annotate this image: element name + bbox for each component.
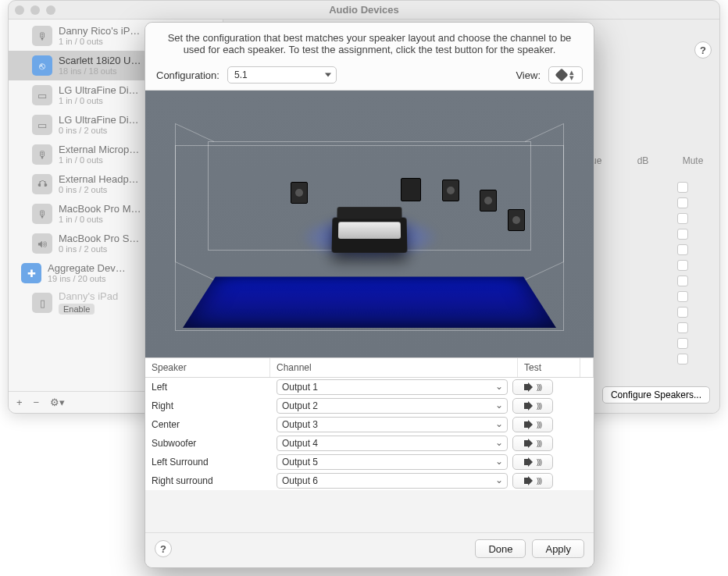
speaker-label: Left (152, 382, 277, 393)
speaker-row: Subwoofer Output 4 ))) (145, 434, 594, 453)
mute-checkbox[interactable] (677, 197, 688, 208)
speaker-label: Center (152, 419, 277, 430)
help-button[interactable]: ? (155, 540, 172, 557)
speaker-icon (524, 420, 535, 429)
speaker-surround-right2-icon[interactable] (508, 209, 525, 231)
channel-select[interactable]: Output 5 (277, 454, 508, 470)
room-left-wall (175, 123, 214, 280)
titlebar: Audio Devices (9, 1, 719, 20)
help-button[interactable]: ? (694, 41, 712, 59)
test-button[interactable]: ))) (512, 454, 553, 470)
speaker-front-right-icon[interactable] (442, 180, 459, 201)
test-button[interactable]: ))) (512, 473, 553, 489)
aggregate-icon: ✚ (21, 263, 41, 283)
view-select[interactable]: ▴▾ (548, 66, 583, 84)
mute-checkbox[interactable] (677, 307, 688, 318)
mute-checkbox[interactable] (677, 291, 688, 302)
subwoofer-icon[interactable] (401, 178, 421, 201)
mute-checkbox[interactable] (677, 260, 688, 271)
gear-menu[interactable]: ⚙︎▾ (50, 396, 65, 408)
remove-button[interactable]: − (34, 396, 40, 408)
ipad-icon: ▯ (32, 293, 52, 313)
test-button[interactable]: ))) (512, 379, 553, 395)
speaker-label: Left Surround (152, 457, 277, 468)
channel-select[interactable]: Output 6 (277, 473, 508, 489)
display-icon: ▭ (32, 85, 52, 105)
speaker-label: Right (152, 400, 277, 411)
mute-checkbox[interactable] (677, 229, 688, 240)
speaker-rows: Left Output 1 ))) Right Output 2 ))) Cen… (145, 378, 594, 490)
configuration-select[interactable]: 5.1 (227, 66, 337, 84)
cube-icon (555, 69, 569, 82)
headphones-icon: 🎧︎ (32, 174, 52, 194)
speaker-icon (524, 439, 535, 448)
sheet-footer: ? Done Apply (145, 532, 594, 567)
speaker-row: Center Output 3 ))) (145, 415, 594, 434)
speaker-row: Left Output 1 ))) (145, 378, 594, 396)
channel-select[interactable]: Output 4 (277, 436, 508, 451)
window-title: Audio Devices (62, 4, 666, 16)
mute-checkbox[interactable] (677, 244, 688, 255)
sheet-description: Set the configuration that best matches … (145, 23, 594, 60)
mute-checkbox[interactable] (677, 182, 688, 193)
apply-button[interactable]: Apply (532, 539, 584, 558)
done-button[interactable]: Done (475, 539, 526, 558)
col-mute: Mute (676, 155, 710, 166)
mute-checkbox[interactable] (677, 213, 688, 224)
add-button[interactable]: + (16, 396, 23, 408)
listener-couch-icon (332, 217, 408, 252)
enable-button[interactable]: Enable (59, 304, 95, 315)
speaker-surround-right-icon[interactable] (480, 190, 497, 212)
chevron-updown-icon: ▴▾ (569, 69, 574, 80)
col-speaker: Speaker (145, 358, 270, 377)
speaker-table-header: Speaker Channel Test (145, 357, 594, 378)
window-controls (15, 5, 55, 15)
mic-icon: 🎙︎ (32, 26, 52, 46)
display-icon: ▭ (32, 115, 52, 135)
speaker-row: Right surround Output 6 ))) (145, 471, 594, 490)
view-label: View: (516, 69, 541, 81)
mute-checkbox[interactable] (677, 276, 688, 286)
col-db: dB (626, 155, 660, 166)
configure-speakers-sheet: Set the configuration that best matches … (145, 22, 594, 568)
mute-checkbox[interactable] (677, 354, 688, 364)
room-right-wall (525, 123, 564, 280)
col-channel: Channel (270, 358, 518, 377)
mute-checkbox[interactable] (677, 338, 688, 349)
col-test: Test (518, 358, 580, 377)
room-floor (183, 276, 556, 328)
minimize-icon[interactable] (30, 5, 40, 15)
configuration-label: Configuration: (156, 69, 219, 81)
speaker-row: Right Output 2 ))) (145, 396, 594, 415)
close-icon[interactable] (15, 5, 24, 15)
usb-icon: ⎋ (32, 55, 52, 76)
speaker-icon (524, 457, 535, 467)
zoom-icon[interactable] (46, 5, 55, 15)
column-headers: alue dB Mute (576, 155, 710, 166)
channel-select[interactable]: Output 2 (277, 398, 508, 414)
test-button[interactable]: ))) (512, 436, 553, 451)
speaker-label: Subwoofer (152, 438, 277, 449)
speaker-front-left-icon[interactable] (291, 182, 308, 204)
mute-checkbox[interactable] (677, 322, 688, 333)
test-button[interactable]: ))) (512, 398, 553, 414)
speaker-icon: 🔊︎ (32, 233, 52, 254)
room-visualization[interactable] (145, 91, 594, 357)
configure-speakers-button[interactable]: Configure Speakers... (602, 386, 710, 404)
mic-icon: 🎙︎ (32, 204, 52, 224)
mic-icon: 🎙︎ (32, 144, 52, 165)
mute-checkboxes (677, 182, 688, 364)
speaker-icon (524, 476, 535, 485)
speaker-icon (524, 382, 535, 392)
channel-select[interactable]: Output 1 (277, 379, 508, 395)
speaker-row: Left Surround Output 5 ))) (145, 453, 594, 471)
speaker-label: Right surround (152, 475, 277, 486)
config-row: Configuration: 5.1 View: ▴▾ (145, 60, 594, 91)
test-button[interactable]: ))) (512, 417, 553, 432)
speaker-icon (524, 401, 535, 411)
channel-select[interactable]: Output 3 (277, 417, 508, 432)
